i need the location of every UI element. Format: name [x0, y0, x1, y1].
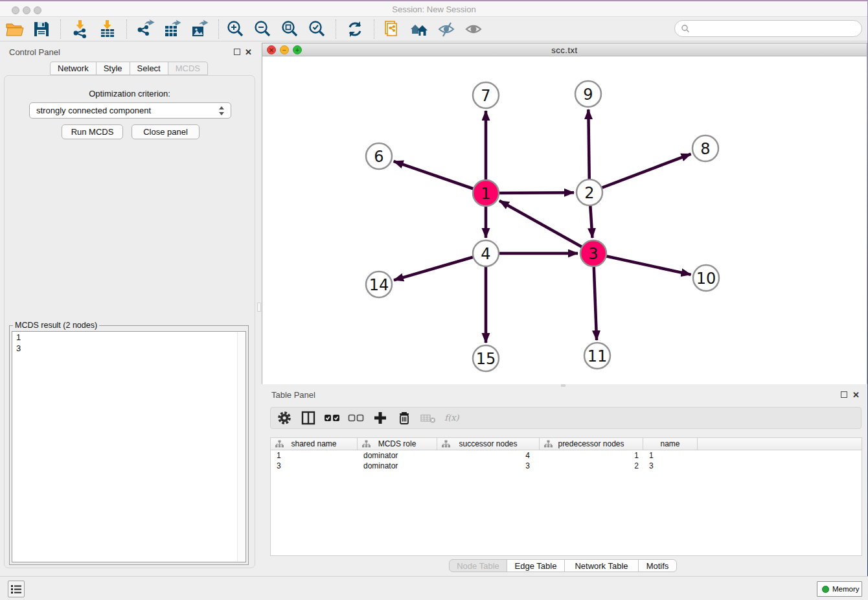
column-label: shared name [291, 439, 336, 448]
column-header-successor-nodes[interactable]: successor nodes [437, 438, 540, 450]
export-image-icon[interactable] [188, 19, 211, 40]
tab-select[interactable]: Select [130, 62, 168, 75]
split-view-icon[interactable] [300, 410, 317, 426]
mcds-result-group: MCDS result (2 nodes) 13 [9, 321, 249, 565]
cell-shared-name: 3 [271, 461, 358, 471]
checked-boxes-icon[interactable] [324, 410, 341, 426]
edge-3-10[interactable] [593, 253, 691, 275]
column-tree-icon [442, 440, 450, 450]
hide-eye-icon[interactable] [435, 19, 457, 40]
network-window-titlebar[interactable]: ✕ − + scc.txt [262, 43, 867, 56]
optimization-criterion-label: Optimization criterion: [5, 89, 255, 98]
left-splitter-handle[interactable] [257, 303, 261, 312]
tab-style[interactable]: Style [96, 62, 130, 75]
mcds-result-list[interactable]: 13 [12, 331, 246, 562]
cell-successor-nodes: 3 [437, 461, 540, 471]
open-session-icon[interactable] [3, 19, 25, 40]
table-toolbar: f(x) [270, 407, 862, 429]
column-header-shared-name[interactable]: shared name [271, 438, 358, 450]
table-panel-float-icon[interactable] [841, 391, 847, 398]
mcds-result-item: 1 [12, 332, 246, 343]
node-9[interactable]: 9 [575, 81, 601, 107]
import-network-icon[interactable] [69, 19, 91, 40]
node-6[interactable]: 6 [366, 143, 392, 169]
network-view-window: ✕ − + scc.txt 1234678910111415 [262, 43, 867, 384]
edge-2-8[interactable] [589, 154, 691, 192]
mcds-result-title: MCDS result (2 nodes) [13, 321, 99, 330]
network-canvas[interactable]: 1234678910111415 [262, 57, 867, 384]
svg-text:6: 6 [374, 148, 383, 166]
tab-network-table[interactable]: Network Table [564, 559, 639, 572]
zoom-selected-icon[interactable] [306, 19, 328, 40]
svg-text:15: 15 [476, 350, 496, 368]
node-15[interactable]: 15 [473, 345, 499, 371]
list-icon [11, 584, 21, 594]
toolbar-separator [126, 19, 127, 39]
fx-icon: f(x) [444, 410, 461, 426]
tab-motifs[interactable]: Motifs [638, 559, 677, 572]
zoom-fit-icon[interactable] [279, 19, 301, 40]
column-header-name[interactable]: name [643, 438, 698, 450]
svg-text:3: 3 [588, 245, 598, 263]
table-row[interactable]: 1dominator411 [271, 450, 862, 461]
refresh-icon[interactable] [344, 19, 366, 40]
task-list-button[interactable] [8, 581, 25, 597]
node-1[interactable]: 1 [473, 180, 499, 206]
toolbar-separator [218, 19, 219, 39]
table-panel-close-icon[interactable]: ✕ [852, 390, 860, 400]
column-header-MCDS-role[interactable]: MCDS role [358, 438, 437, 450]
node-7[interactable]: 7 [473, 82, 499, 108]
run-mcds-button[interactable]: Run MCDS [62, 124, 123, 139]
plus-icon[interactable] [372, 410, 389, 426]
houses-icon[interactable] [408, 19, 430, 40]
close-panel-button[interactable]: Close panel [131, 124, 200, 139]
node-4[interactable]: 4 [473, 240, 499, 266]
cell-MCDS-role: dominator [358, 450, 437, 461]
table-row[interactable]: 3dominator323 [271, 461, 862, 471]
search-field[interactable] [674, 20, 862, 37]
column-tree-icon [362, 440, 371, 450]
edge-4-14[interactable] [394, 253, 486, 280]
edge-1-6[interactable] [394, 161, 486, 193]
control-panel-close-icon[interactable]: ✕ [245, 47, 252, 57]
column-label: predecessor nodes [558, 439, 624, 448]
tab-edge-table[interactable]: Edge Table [507, 559, 565, 572]
column-header-predecessor-nodes[interactable]: predecessor nodes [540, 438, 643, 450]
svg-text:1: 1 [481, 185, 490, 203]
tab-network[interactable]: Network [50, 62, 97, 75]
search-icon [681, 24, 690, 33]
table-panel-title: Table Panel [271, 390, 315, 400]
control-panel-float-icon[interactable] [234, 49, 240, 55]
memory-button[interactable]: Memory [817, 581, 862, 597]
cell-MCDS-role: dominator [358, 461, 437, 471]
result-scrollbar[interactable] [237, 332, 245, 561]
unchecked-boxes-icon[interactable] [348, 410, 365, 426]
optimization-criterion-select[interactable]: strongly connected component [29, 102, 231, 119]
network-graph: 1234678910111415 [262, 57, 867, 384]
gear-icon[interactable] [276, 410, 293, 426]
tab-mcds[interactable]: MCDS [168, 62, 208, 75]
node-2[interactable]: 2 [577, 179, 602, 205]
node-10[interactable]: 10 [693, 265, 719, 291]
tab-node-table[interactable]: Node Table [449, 559, 507, 572]
column-label: successor nodes [459, 439, 517, 448]
network-file-icon[interactable] [381, 19, 403, 40]
import-table-icon[interactable] [97, 19, 119, 40]
svg-text:11: 11 [588, 347, 608, 365]
node-8[interactable]: 8 [692, 135, 718, 161]
zoom-out-icon[interactable] [251, 19, 273, 40]
trash-icon[interactable] [396, 410, 413, 426]
export-network-icon[interactable] [134, 19, 156, 40]
toolbar-separator [374, 19, 374, 39]
app-titlebar: Session: New Session [0, 1, 868, 17]
show-eye-icon[interactable] [463, 19, 485, 40]
zoom-in-icon[interactable] [224, 19, 246, 40]
svg-text:f(x): f(x) [444, 413, 459, 422]
node-3[interactable]: 3 [580, 240, 606, 266]
edge-3-1[interactable] [499, 201, 593, 253]
node-11[interactable]: 11 [584, 343, 610, 369]
optimization-criterion-value: strongly connected component [36, 106, 151, 115]
save-session-icon[interactable] [30, 19, 52, 40]
export-table-icon[interactable] [161, 19, 183, 40]
node-14[interactable]: 14 [366, 271, 392, 297]
